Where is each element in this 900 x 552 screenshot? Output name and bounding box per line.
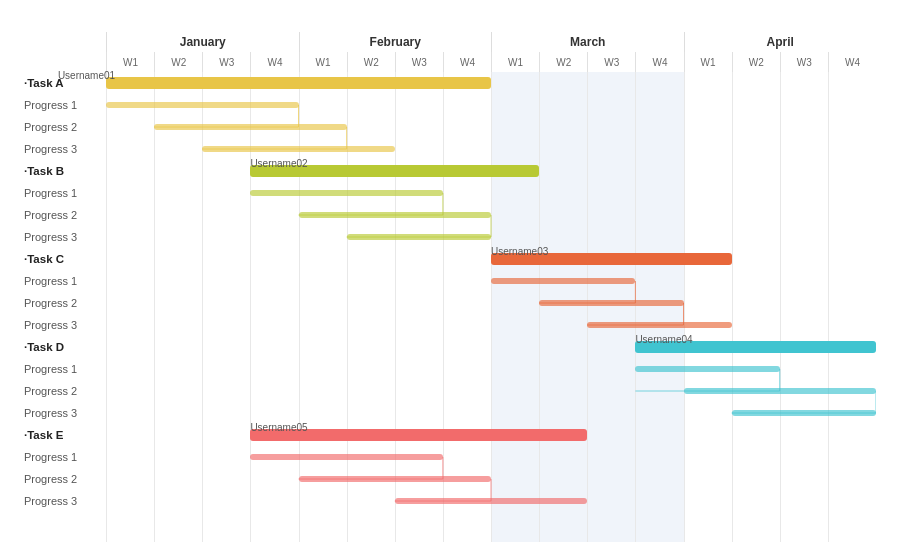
gantt-bar: [250, 454, 443, 460]
row-label: Progress 3: [24, 138, 106, 160]
data-row: [106, 490, 876, 512]
data-row: Username04: [106, 336, 876, 358]
chart-container: ·Task AProgress 1Progress 2Progress 3·Ta…: [24, 32, 876, 542]
data-row: [106, 204, 876, 226]
bar-label: Username04: [635, 334, 692, 345]
data-row: Username02: [106, 160, 876, 182]
month-header: April: [684, 32, 877, 52]
week-header: W4: [828, 52, 876, 72]
row-label: Progress 1: [24, 182, 106, 204]
grid-area: JanuaryFebruaryMarchApril W1W2W3W4W1W2W3…: [106, 32, 876, 542]
week-header: W1: [684, 52, 732, 72]
gantt-bar: [299, 476, 492, 482]
bar-label: Username01: [58, 70, 115, 81]
gantt-bar: [635, 366, 779, 372]
data-row: Username05: [106, 424, 876, 446]
bar-label: Username05: [250, 422, 307, 433]
week-header: W3: [395, 52, 443, 72]
gantt-bar: [539, 300, 683, 306]
row-label: Progress 2: [24, 292, 106, 314]
data-row: [106, 182, 876, 204]
row-label: ·Task E: [24, 424, 106, 446]
bar-label: Username02: [250, 158, 307, 169]
row-label: Progress 3: [24, 314, 106, 336]
week-header: W1: [299, 52, 347, 72]
row-label: Progress 3: [24, 402, 106, 424]
data-row: [106, 226, 876, 248]
row-label: Progress 2: [24, 380, 106, 402]
data-row: [106, 270, 876, 292]
rows-area: Username01Username02Username03Username04…: [106, 72, 876, 542]
week-header: W3: [202, 52, 250, 72]
gantt-bar: [491, 278, 635, 284]
month-header: February: [299, 32, 492, 52]
month-header: January: [106, 32, 299, 52]
gantt-bar: [202, 146, 395, 152]
week-header: W3: [587, 52, 635, 72]
data-row: [106, 138, 876, 160]
row-label: Progress 2: [24, 204, 106, 226]
data-row: [106, 314, 876, 336]
row-label: Progress 1: [24, 94, 106, 116]
data-row: [106, 94, 876, 116]
week-header: W4: [443, 52, 491, 72]
row-label: Progress 1: [24, 446, 106, 468]
week-header: W2: [539, 52, 587, 72]
week-header: W4: [635, 52, 683, 72]
row-label: Progress 3: [24, 490, 106, 512]
week-header: W3: [780, 52, 828, 72]
data-row: [106, 358, 876, 380]
row-label: Progress 2: [24, 116, 106, 138]
row-label: Progress 2: [24, 468, 106, 490]
row-labels: ·Task AProgress 1Progress 2Progress 3·Ta…: [24, 32, 106, 542]
gantt-bar: [154, 124, 347, 130]
data-row: Username03: [106, 248, 876, 270]
gantt-bar: [732, 410, 876, 416]
header-area: JanuaryFebruaryMarchApril W1W2W3W4W1W2W3…: [106, 32, 876, 72]
gantt-bar: [106, 102, 299, 108]
gantt-bar: [299, 212, 492, 218]
month-header: March: [491, 32, 684, 52]
gantt-bar: [106, 77, 491, 89]
week-header: W1: [491, 52, 539, 72]
week-header: W4: [250, 52, 298, 72]
week-header: W2: [347, 52, 395, 72]
gantt-bar: [395, 498, 588, 504]
row-label: ·Task B: [24, 160, 106, 182]
row-label: Progress 3: [24, 226, 106, 248]
row-label: Progress 1: [24, 270, 106, 292]
week-header: W1: [106, 52, 154, 72]
row-label: Progress 1: [24, 358, 106, 380]
data-row: [106, 292, 876, 314]
data-row: [106, 116, 876, 138]
data-row: [106, 468, 876, 490]
row-label: ·Task D: [24, 336, 106, 358]
gantt-bar: [684, 388, 877, 394]
gantt-bar: [250, 190, 443, 196]
week-header: W2: [154, 52, 202, 72]
data-row: [106, 380, 876, 402]
data-row: Username01: [106, 72, 876, 94]
data-row: [106, 446, 876, 468]
gantt-bar: [347, 234, 491, 240]
row-label: ·Task C: [24, 248, 106, 270]
bar-label: Username03: [491, 246, 548, 257]
week-header: W2: [732, 52, 780, 72]
gantt-bar: [587, 322, 731, 328]
data-row: [106, 402, 876, 424]
